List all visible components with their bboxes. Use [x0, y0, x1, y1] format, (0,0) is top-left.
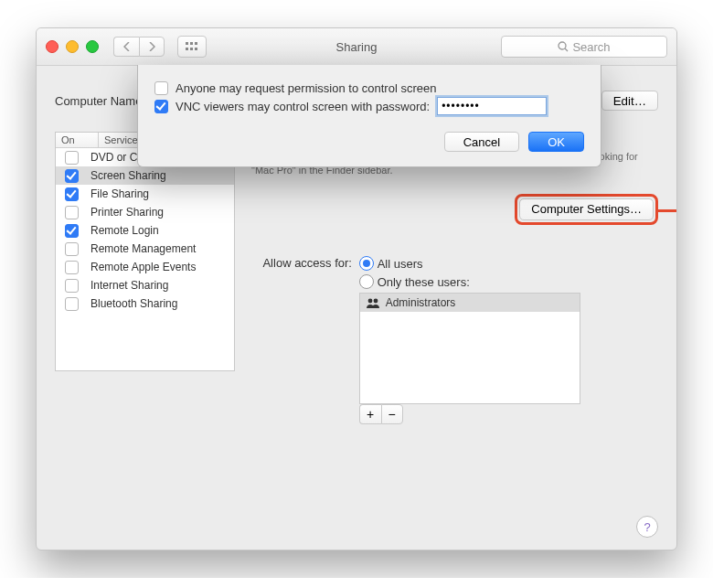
svg-point-9 [373, 298, 378, 303]
computer-settings-button[interactable]: Computer Settings… [519, 198, 654, 220]
allow-access-label: Allow access for: [251, 256, 356, 270]
radio-only-these-users[interactable] [359, 274, 374, 289]
service-checkbox[interactable] [65, 261, 79, 274]
computer-name-label: Computer Name: [55, 94, 145, 108]
label-anyone-request: Anyone may request permission to control… [176, 81, 436, 95]
computer-settings-highlight: Computer Settings… [515, 194, 658, 225]
service-checkbox[interactable] [65, 224, 79, 238]
service-label: Screen Sharing [87, 169, 234, 182]
checkbox-anyone-request[interactable] [154, 81, 168, 95]
service-label: Bluetooth Sharing [87, 297, 234, 310]
add-user-button[interactable]: + [359, 404, 381, 424]
user-row[interactable]: Administrators [360, 294, 580, 312]
help-button[interactable]: ? [636, 516, 658, 538]
allow-access-section: Allow access for: All users Only these u… [251, 225, 658, 424]
col-on: On [56, 133, 99, 147]
service-row[interactable]: Internet Sharing [56, 276, 234, 294]
vnc-password-field[interactable] [437, 97, 547, 115]
radio-all-users[interactable] [359, 256, 374, 271]
service-label: File Sharing [87, 187, 234, 200]
service-checkbox[interactable] [65, 206, 79, 219]
cancel-button[interactable]: Cancel [444, 132, 519, 152]
service-label: Internet Sharing [87, 279, 234, 292]
service-checkbox[interactable] [65, 169, 79, 183]
computer-settings-sheet: Anyone may request permission to control… [137, 65, 601, 167]
service-label: Printer Sharing [87, 206, 234, 219]
opt-all-users: All users [378, 257, 423, 271]
service-label: Remote Login [87, 224, 234, 237]
service-row[interactable]: Screen Sharing [56, 166, 234, 185]
service-checkbox[interactable] [65, 279, 79, 293]
user-name: Administrators [386, 296, 456, 309]
service-row[interactable]: File Sharing [56, 185, 234, 203]
remove-user-button[interactable]: − [381, 404, 403, 424]
service-row[interactable]: Remote Apple Events [56, 258, 234, 276]
service-checkbox[interactable] [65, 187, 79, 201]
add-remove-users: +− [359, 404, 580, 424]
users-list[interactable]: Administrators [359, 293, 580, 404]
window-title: Sharing [37, 40, 676, 54]
service-label: Remote Management [87, 242, 234, 255]
computer-name-edit-button[interactable]: Edit… [601, 91, 658, 111]
label-vnc-password: VNC viewers may control screen with pass… [176, 100, 430, 113]
service-detail: Screen Sharing: On Other users can acces… [251, 132, 658, 424]
service-row[interactable]: Remote Management [56, 240, 234, 258]
service-checkbox[interactable] [65, 242, 79, 256]
prefs-window: Sharing Search Computer Name: Edit… On S… [36, 27, 677, 551]
group-icon [366, 297, 380, 308]
checkbox-vnc-password[interactable] [154, 100, 168, 113]
titlebar: Sharing Search [37, 28, 676, 66]
callout-line-icon [655, 209, 677, 212]
svg-point-8 [367, 298, 372, 303]
service-row[interactable]: Printer Sharing [56, 203, 234, 221]
service-row[interactable]: Remote Login [56, 221, 234, 240]
opt-only-users: Only these users: [378, 275, 470, 289]
services-list: On Service DVD or CD SharingScreen Shari… [55, 132, 235, 371]
service-checkbox[interactable] [65, 297, 79, 311]
service-row[interactable]: Bluetooth Sharing [56, 294, 234, 313]
ok-button[interactable]: OK [528, 132, 584, 152]
service-label: Remote Apple Events [87, 261, 234, 273]
service-checkbox[interactable] [65, 151, 79, 165]
